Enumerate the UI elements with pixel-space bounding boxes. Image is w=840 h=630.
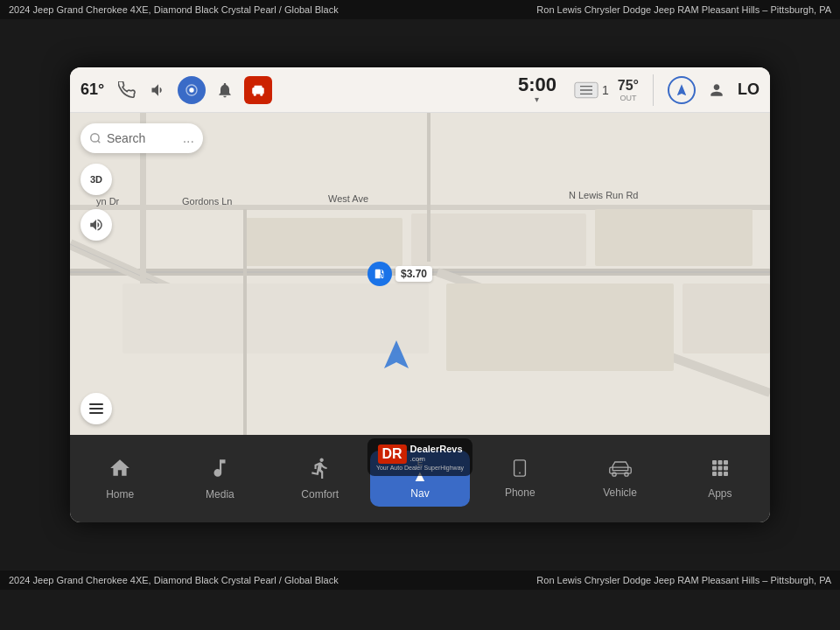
status-bar: 61° xyxy=(70,67,770,113)
road-label-gordons: Gordons Ln xyxy=(182,196,232,206)
map-area: Search ... yn Dr Gordons Ln West Ave N L… xyxy=(70,113,770,435)
svg-point-2 xyxy=(254,93,256,95)
svg-point-25 xyxy=(91,134,99,142)
status-divider xyxy=(653,74,654,106)
dealer-logo-overlay: DR DealerRevs .com Your Auto Dealer Supe… xyxy=(368,438,472,476)
svg-rect-4 xyxy=(255,85,262,88)
svg-rect-32 xyxy=(712,460,717,465)
map-volume-button[interactable] xyxy=(80,209,112,241)
nav-item-media[interactable]: Media xyxy=(170,450,270,508)
svg-rect-35 xyxy=(712,466,717,471)
svg-rect-39 xyxy=(718,472,722,476)
home-icon xyxy=(108,457,131,485)
svg-marker-26 xyxy=(384,340,409,368)
svg-point-30 xyxy=(612,472,615,476)
svg-rect-34 xyxy=(724,460,728,465)
gas-icon xyxy=(368,262,392,286)
dealer-logo-inner: DR DealerRevs .com xyxy=(377,444,462,464)
nav-label-apps: Apps xyxy=(708,487,732,500)
exterior-temp: 75° OUT xyxy=(618,78,639,102)
svg-rect-33 xyxy=(718,460,722,465)
phone-icon[interactable] xyxy=(115,78,139,102)
nav-active-icon[interactable] xyxy=(668,76,696,104)
svg-point-0 xyxy=(190,88,194,92)
svg-rect-37 xyxy=(724,466,728,471)
nav-item-home[interactable]: Home xyxy=(70,450,170,508)
media-icon xyxy=(208,457,231,485)
dealer-logo-text: DealerRevs .com xyxy=(410,444,463,464)
svg-rect-19 xyxy=(595,209,752,266)
route-info: 1 75° OUT xyxy=(574,78,639,102)
gas-price-label: $3.70 xyxy=(396,266,432,282)
svg-point-31 xyxy=(624,472,627,476)
clock: 5:00 ▾ xyxy=(518,75,556,104)
driver-icon[interactable] xyxy=(704,78,729,102)
svg-rect-27 xyxy=(514,460,526,476)
svg-rect-17 xyxy=(245,218,402,266)
top-dealer-info: Ron Lewis Chrysler Dodge Jeep RAM Pleasa… xyxy=(536,4,831,15)
nav-label-comfort: Comfort xyxy=(301,488,339,500)
nav-item-vehicle[interactable]: Vehicle xyxy=(570,452,669,506)
nav-label-home: Home xyxy=(106,488,134,500)
nav-label-phone: Phone xyxy=(505,486,536,499)
svg-point-3 xyxy=(260,93,262,95)
menu-line-3 xyxy=(89,412,103,414)
menu-line-1 xyxy=(89,403,103,405)
search-bar[interactable]: Search ... xyxy=(80,123,203,153)
bottom-dealer-info: Ron Lewis Chrysler Dodge Jeep RAM Pleasa… xyxy=(536,575,831,585)
search-icon xyxy=(89,132,102,144)
svg-point-28 xyxy=(519,472,521,474)
nav-item-apps[interactable]: Apps xyxy=(670,451,770,507)
svg-rect-40 xyxy=(724,472,728,476)
top-vehicle-info: 2024 Jeep Grand Cherokee 4XE, Diamond Bl… xyxy=(9,4,339,15)
search-placeholder: Search xyxy=(107,131,145,145)
svg-rect-21 xyxy=(446,284,674,371)
svg-rect-38 xyxy=(712,472,717,476)
status-right-icons: LO xyxy=(668,76,760,104)
route-count: 1 xyxy=(602,83,609,97)
road-label-west: West Ave xyxy=(328,193,368,204)
phone-nav-icon xyxy=(510,458,529,483)
top-info-bar: 2024 Jeep Grand Cherokee 4XE, Diamond Bl… xyxy=(0,0,840,19)
jeep-icon[interactable] xyxy=(244,76,272,104)
nav-label-nav: Nav xyxy=(410,487,429,500)
road-label-yn: yn Dr xyxy=(96,196,119,206)
radio-icon[interactable] xyxy=(178,76,206,104)
bottom-vehicle-info: 2024 Jeep Grand Cherokee 4XE, Diamond Bl… xyxy=(9,575,339,585)
volume-icon xyxy=(88,217,104,233)
dealer-logo-tagline: Your Auto Dealer SuperHighway xyxy=(376,465,464,471)
apps-icon xyxy=(710,458,731,484)
nav-label-media: Media xyxy=(206,488,234,500)
nav-item-comfort[interactable]: Comfort xyxy=(270,450,370,508)
svg-rect-22 xyxy=(682,284,770,354)
vehicle-icon xyxy=(608,458,633,483)
route-icon: 1 xyxy=(574,81,609,99)
screen-container: 61° xyxy=(0,19,840,570)
speaker-icon[interactable] xyxy=(146,78,171,102)
svg-rect-36 xyxy=(718,466,722,471)
comfort-icon xyxy=(309,457,332,485)
notification-icon[interactable] xyxy=(213,78,237,102)
bottom-info-bar: 2024 Jeep Grand Cherokee 4XE, Diamond Bl… xyxy=(0,570,840,590)
nav-item-phone[interactable]: Phone xyxy=(470,452,570,506)
search-more-dots: ... xyxy=(183,130,194,146)
map-menu-button[interactable] xyxy=(80,393,112,424)
nav-label-vehicle: Vehicle xyxy=(603,486,637,499)
map-3d-button[interactable]: 3D xyxy=(80,164,112,195)
current-location-marker xyxy=(381,339,412,374)
interior-temp: 61° xyxy=(80,80,104,99)
svg-rect-18 xyxy=(411,214,586,266)
dealer-logo-icon: DR xyxy=(377,444,406,464)
road-label-lewis: N Lewis Run Rd xyxy=(569,190,638,200)
gas-station-marker: $3.70 xyxy=(368,262,432,286)
lo-label: LO xyxy=(738,80,760,99)
menu-line-2 xyxy=(89,408,103,410)
